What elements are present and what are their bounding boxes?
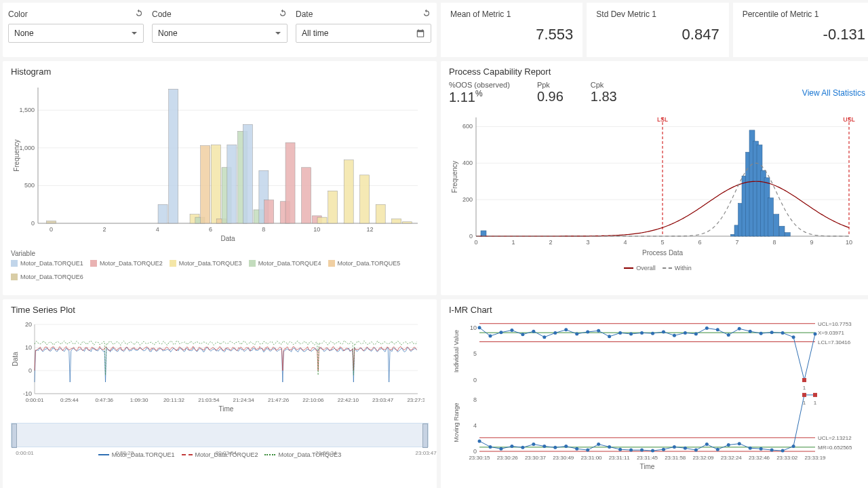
svg-rect-192 bbox=[802, 393, 806, 397]
legend-overall: Overall bbox=[636, 265, 656, 271]
svg-point-122 bbox=[499, 331, 502, 334]
svg-point-134 bbox=[629, 333, 633, 336]
svg-point-190 bbox=[781, 449, 785, 453]
imr-chart: 0510UCL=10.7753X=9.03971LCL=7.304161Indi… bbox=[449, 319, 863, 475]
timeseries-minimap[interactable]: 0:00:010:58:2320:03:5421:58:2423:03:47 bbox=[11, 423, 429, 447]
histogram-legend: Motor_Data.TORQUE1Motor_Data.TORQUE2Moto… bbox=[11, 260, 429, 280]
svg-text:1: 1 bbox=[803, 385, 806, 391]
cap-cpk-value: 1.83 bbox=[591, 89, 617, 105]
svg-point-129 bbox=[575, 333, 578, 336]
svg-text:Individual Value: Individual Value bbox=[453, 330, 460, 373]
svg-text:Data: Data bbox=[12, 352, 19, 367]
svg-text:0:47:36: 0:47:36 bbox=[95, 397, 113, 403]
svg-text:1: 1 bbox=[803, 400, 806, 406]
svg-text:23:31:11: 23:31:11 bbox=[609, 455, 631, 461]
date-select[interactable]: All time bbox=[296, 24, 431, 43]
svg-text:6: 6 bbox=[698, 239, 701, 246]
color-select-value: None bbox=[14, 29, 34, 38]
minimap-handle-left[interactable] bbox=[12, 424, 17, 448]
svg-text:1: 1 bbox=[814, 400, 817, 406]
svg-rect-83 bbox=[779, 226, 785, 236]
svg-text:8: 8 bbox=[772, 239, 776, 246]
svg-point-167 bbox=[532, 443, 535, 446]
metric-stddev-value: 0.847 bbox=[596, 26, 719, 43]
refresh-icon[interactable] bbox=[422, 8, 431, 20]
svg-text:20:11:32: 20:11:32 bbox=[163, 397, 185, 403]
svg-text:UCL=10.7753: UCL=10.7753 bbox=[818, 321, 852, 327]
caret-down-icon bbox=[275, 30, 281, 37]
svg-point-175 bbox=[618, 448, 622, 451]
filter-code: Code None bbox=[152, 8, 288, 52]
cap-oos-label: %OOS (observed) bbox=[449, 81, 510, 89]
svg-text:5: 5 bbox=[660, 239, 664, 246]
svg-text:6: 6 bbox=[209, 226, 212, 233]
svg-text:23:30:49: 23:30:49 bbox=[553, 455, 574, 461]
svg-text:4: 4 bbox=[473, 422, 477, 429]
svg-text:0: 0 bbox=[473, 448, 477, 455]
imr-title: I-MR Chart bbox=[449, 305, 867, 315]
timeseries-title: Time Series Plot bbox=[11, 305, 429, 315]
svg-point-135 bbox=[640, 331, 644, 335]
svg-text:21:03:54: 21:03:54 bbox=[198, 397, 220, 403]
svg-text:0: 0 bbox=[474, 239, 477, 246]
svg-point-186 bbox=[738, 442, 741, 445]
svg-text:1,500: 1,500 bbox=[19, 107, 35, 113]
svg-rect-31 bbox=[264, 200, 274, 223]
metric-pct-value: -0.131 bbox=[743, 26, 865, 43]
svg-point-184 bbox=[716, 448, 719, 451]
svg-point-138 bbox=[673, 334, 676, 337]
svg-rect-34 bbox=[302, 168, 311, 223]
filter-bar: Color None Code None Date bbox=[3, 3, 437, 57]
view-all-statistics-link[interactable]: View All Statistics bbox=[802, 88, 865, 98]
svg-point-139 bbox=[684, 331, 687, 335]
svg-point-162 bbox=[478, 439, 481, 443]
svg-text:20: 20 bbox=[25, 321, 32, 328]
svg-point-182 bbox=[694, 449, 698, 452]
svg-text:22:10:06: 22:10:06 bbox=[302, 397, 324, 403]
cap-oos-unit: % bbox=[475, 89, 483, 98]
imr-panel: I-MR Chart 0510UCL=10.7753X=9.03971LCL=7… bbox=[441, 299, 868, 488]
svg-text:MR=0.652565: MR=0.652565 bbox=[818, 445, 852, 451]
svg-point-164 bbox=[499, 447, 502, 451]
svg-text:23:30:37: 23:30:37 bbox=[525, 455, 547, 461]
svg-text:23:31:45: 23:31:45 bbox=[637, 455, 658, 461]
cap-ppk-value: 0.96 bbox=[537, 89, 564, 105]
refresh-icon[interactable] bbox=[134, 8, 144, 20]
svg-point-143 bbox=[727, 333, 730, 337]
svg-point-121 bbox=[488, 335, 492, 338]
svg-text:23:32:09: 23:32:09 bbox=[692, 455, 714, 461]
svg-point-145 bbox=[749, 330, 752, 333]
svg-text:Data: Data bbox=[220, 235, 235, 242]
minimap-handle-right[interactable] bbox=[422, 424, 428, 448]
histogram-legend-title: Variable bbox=[11, 250, 429, 257]
svg-text:LSL: LSL bbox=[657, 116, 668, 123]
svg-text:Time: Time bbox=[640, 463, 655, 470]
svg-text:10: 10 bbox=[25, 344, 32, 351]
svg-point-149 bbox=[792, 335, 795, 339]
svg-point-130 bbox=[586, 330, 589, 333]
svg-text:23:31:00: 23:31:00 bbox=[580, 455, 602, 461]
svg-point-132 bbox=[608, 335, 611, 338]
legend-item: Motor_Data.TORQUE2 bbox=[90, 260, 163, 267]
calendar-icon bbox=[416, 29, 425, 38]
svg-point-174 bbox=[608, 445, 611, 449]
code-select[interactable]: None bbox=[152, 24, 288, 43]
metric-mean-value: 7.553 bbox=[450, 26, 573, 43]
svg-rect-37 bbox=[328, 191, 338, 223]
svg-text:0: 0 bbox=[473, 377, 477, 383]
capability-legend: Overall Within bbox=[449, 265, 867, 271]
svg-point-148 bbox=[781, 331, 785, 335]
svg-rect-18 bbox=[158, 204, 167, 223]
histogram-panel: Histogram 05001,0001,500024681012DataFre… bbox=[3, 61, 437, 295]
svg-point-127 bbox=[553, 331, 557, 335]
metric-mean: Mean of Metric 1 7.553 bbox=[441, 3, 583, 57]
svg-rect-84 bbox=[785, 232, 790, 236]
svg-text:23:30:15: 23:30:15 bbox=[469, 455, 490, 461]
svg-text:21:47:26: 21:47:26 bbox=[268, 397, 290, 403]
svg-text:2: 2 bbox=[549, 239, 552, 246]
svg-rect-17 bbox=[47, 221, 56, 223]
svg-point-128 bbox=[564, 328, 568, 331]
svg-text:0: 0 bbox=[50, 226, 53, 233]
color-select[interactable]: None bbox=[8, 24, 144, 43]
refresh-icon[interactable] bbox=[278, 8, 288, 20]
